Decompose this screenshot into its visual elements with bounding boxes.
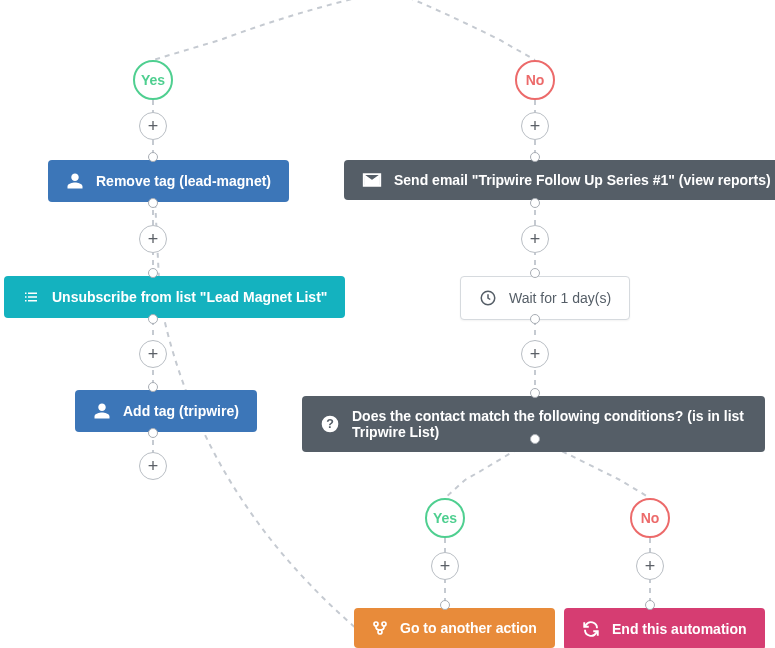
sub-branch-yes-pill: Yes <box>425 498 465 538</box>
person-icon <box>66 172 84 190</box>
action-label: Go to another action <box>400 620 537 636</box>
sub-branch-no-pill: No <box>630 498 670 538</box>
action-label: Remove tag (lead-magnet) <box>96 173 271 189</box>
add-step-button[interactable]: + <box>636 552 664 580</box>
add-step-button[interactable]: + <box>139 112 167 140</box>
wait-action[interactable]: Wait for 1 day(s) <box>460 276 630 320</box>
svg-point-8 <box>382 622 386 626</box>
action-label: Wait for 1 day(s) <box>509 290 611 306</box>
branch-yes-label: Yes <box>141 72 165 88</box>
add-step-button[interactable]: + <box>521 225 549 253</box>
end-automation-action[interactable]: End this automation <box>564 608 765 648</box>
add-step-button[interactable]: + <box>521 112 549 140</box>
add-step-button[interactable]: + <box>139 225 167 253</box>
action-label: Send email "Tripwire Follow Up Series #1… <box>394 172 771 188</box>
refresh-icon <box>582 620 600 638</box>
action-label: Unsubscribe from list "Lead Magnet List" <box>52 289 327 305</box>
branch-no-pill: No <box>515 60 555 100</box>
send-email-action[interactable]: Send email "Tripwire Follow Up Series #1… <box>344 160 775 200</box>
remove-tag-action[interactable]: Remove tag (lead-magnet) <box>48 160 289 202</box>
add-step-button[interactable]: + <box>139 452 167 480</box>
svg-text:?: ? <box>326 417 334 431</box>
action-label: Does the contact match the following con… <box>352 408 747 440</box>
connector-lines <box>0 0 775 648</box>
sub-branch-yes-label: Yes <box>433 510 457 526</box>
action-label: Add tag (tripwire) <box>123 403 239 419</box>
svg-point-7 <box>374 622 378 626</box>
envelope-icon <box>362 172 382 188</box>
goto-action[interactable]: Go to another action <box>354 608 555 648</box>
question-icon: ? <box>320 414 340 434</box>
branch-icon <box>372 620 388 636</box>
add-step-button[interactable]: + <box>521 340 549 368</box>
action-label: End this automation <box>612 621 747 637</box>
person-icon <box>93 402 111 420</box>
clock-icon <box>479 289 497 307</box>
add-step-button[interactable]: + <box>431 552 459 580</box>
add-tag-action[interactable]: Add tag (tripwire) <box>75 390 257 432</box>
branch-no-label: No <box>526 72 545 88</box>
unsubscribe-action[interactable]: Unsubscribe from list "Lead Magnet List" <box>4 276 345 318</box>
sub-branch-no-label: No <box>641 510 660 526</box>
branch-yes-pill: Yes <box>133 60 173 100</box>
list-icon <box>22 288 40 306</box>
add-step-button[interactable]: + <box>139 340 167 368</box>
